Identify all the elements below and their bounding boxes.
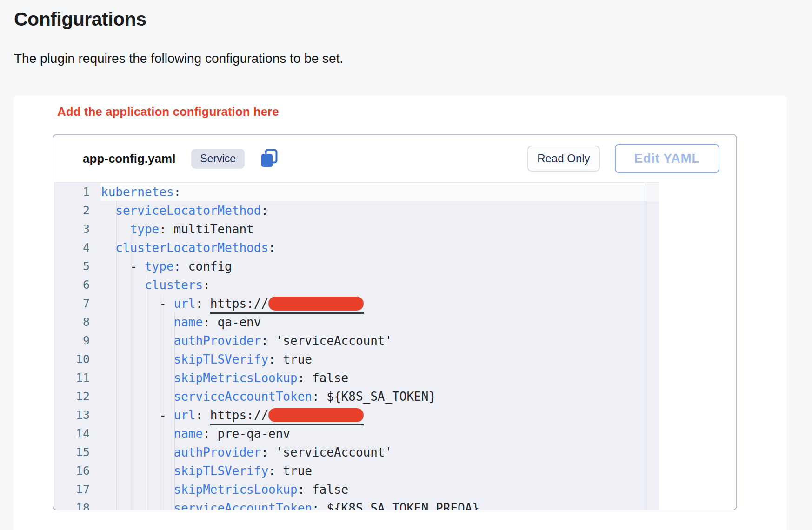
edit-yaml-button[interactable]: Edit YAML bbox=[615, 144, 719, 173]
yaml-panel-header: app-config.yaml Service Read Only Edit Y… bbox=[53, 135, 736, 182]
line-number: 16 bbox=[54, 462, 101, 480]
line-number: 7 bbox=[54, 294, 101, 313]
line-number: 5 bbox=[54, 257, 101, 276]
code-line[interactable]: 10 skipTLSVerify: true bbox=[54, 350, 659, 369]
line-number: 12 bbox=[54, 387, 101, 406]
code-line[interactable]: 6 clusters: bbox=[54, 276, 659, 294]
service-badge: Service bbox=[191, 149, 245, 169]
line-number: 14 bbox=[54, 424, 101, 443]
line-number: 8 bbox=[54, 313, 101, 331]
code-line[interactable]: 17 skipMetricsLookup: false bbox=[54, 480, 659, 499]
line-number: 1 bbox=[54, 183, 101, 201]
copy-button[interactable] bbox=[260, 148, 279, 169]
redaction-bar bbox=[268, 408, 364, 422]
code-line[interactable]: 4 clusterLocatorMethods: bbox=[54, 238, 659, 257]
redaction-bar bbox=[268, 297, 364, 311]
code-line[interactable]: 1kubernetes: bbox=[54, 183, 659, 201]
config-card: Add the application configuration here a… bbox=[14, 95, 787, 530]
line-number: 2 bbox=[54, 201, 101, 220]
line-number: 10 bbox=[54, 350, 101, 369]
code-line[interactable]: 8 name: qa-env bbox=[54, 313, 659, 331]
code-editor[interactable]: 1kubernetes:2 serviceLocatorMethod:3 typ… bbox=[54, 182, 659, 510]
code-line[interactable]: 12 serviceAccountToken: ${K8S_SA_TOKEN} bbox=[54, 387, 659, 406]
read-only-button[interactable]: Read Only bbox=[527, 146, 599, 172]
line-number: 17 bbox=[54, 480, 101, 499]
line-number: 15 bbox=[54, 443, 101, 462]
yaml-panel: app-config.yaml Service Read Only Edit Y… bbox=[53, 134, 737, 510]
code-line[interactable]: 2 serviceLocatorMethod: bbox=[54, 201, 659, 220]
code-line[interactable]: 16 skipTLSVerify: true bbox=[54, 462, 659, 480]
line-number: 11 bbox=[54, 369, 101, 387]
page-subtitle: The plugin requires the following config… bbox=[14, 51, 343, 66]
line-number: 4 bbox=[54, 238, 101, 257]
line-number: 18 bbox=[54, 499, 101, 510]
code-line[interactable]: 7 - url: https:// bbox=[54, 294, 659, 313]
file-name: app-config.yaml bbox=[83, 152, 175, 166]
page-title: Configurations bbox=[14, 8, 146, 30]
line-number: 6 bbox=[54, 276, 101, 294]
line-number: 13 bbox=[54, 406, 101, 424]
code-line[interactable]: 18 serviceAccountToken: ${K8S_SA_TOKEN_P… bbox=[54, 499, 659, 510]
redacted-url: https:// bbox=[210, 296, 364, 314]
code-line[interactable]: 5 - type: config bbox=[54, 257, 659, 276]
code-line[interactable]: 15 authProvider: 'serviceAccount' bbox=[54, 443, 659, 462]
redacted-url: https:// bbox=[210, 408, 364, 425]
instruction-label: Add the application configuration here bbox=[57, 105, 279, 119]
line-number: 9 bbox=[54, 331, 101, 350]
code-line[interactable]: 14 name: pre-qa-env bbox=[54, 424, 659, 443]
code-line[interactable]: 13 - url: https:// bbox=[54, 406, 659, 424]
code-line[interactable]: 3 type: multiTenant bbox=[54, 220, 659, 238]
code-line[interactable]: 9 authProvider: 'serviceAccount' bbox=[54, 331, 659, 350]
code-line[interactable]: 11 skipMetricsLookup: false bbox=[54, 369, 659, 387]
code-lines: 1kubernetes:2 serviceLocatorMethod:3 typ… bbox=[54, 183, 659, 510]
line-number: 3 bbox=[54, 220, 101, 238]
copy-icon bbox=[260, 148, 279, 169]
